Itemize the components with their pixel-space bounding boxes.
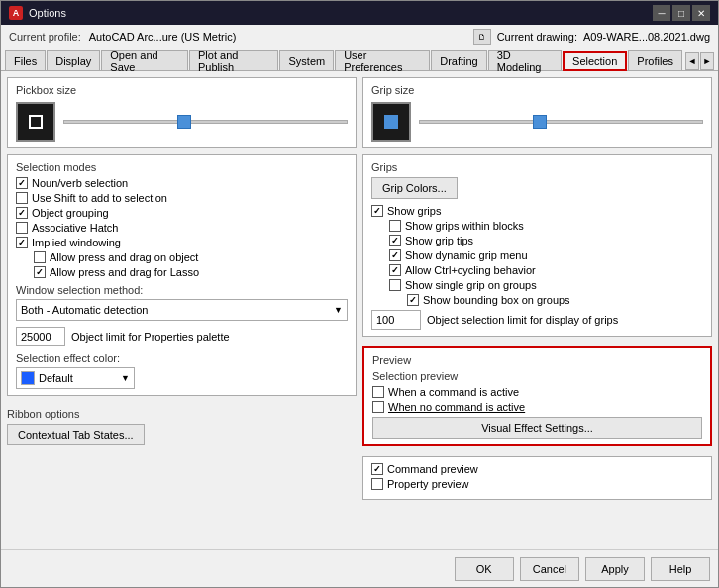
window-method-label: Window selection method: bbox=[16, 284, 348, 296]
cb-prop-preview[interactable]: Property preview bbox=[371, 478, 703, 490]
cb-dynamic-grip[interactable]: Show dynamic grip menu bbox=[389, 249, 703, 261]
preview-section: Preview Selection preview When a command… bbox=[362, 346, 712, 446]
drawing-icon: 🗋 bbox=[473, 29, 491, 45]
grip-preview bbox=[371, 102, 411, 142]
tab-user-pref[interactable]: User Preferences bbox=[335, 50, 430, 70]
cb-ctrl-cycling-box[interactable] bbox=[389, 264, 401, 276]
selection-effect-label: Selection effect color: bbox=[16, 352, 348, 364]
cb-bounding-box-box[interactable] bbox=[407, 294, 419, 306]
pickbox-thumb[interactable] bbox=[177, 115, 191, 129]
grip-size-label: Grip size bbox=[371, 84, 703, 96]
ok-button[interactable]: OK bbox=[455, 557, 514, 581]
cb-object-group[interactable]: Object grouping bbox=[16, 207, 348, 219]
cb-assoc-hatch[interactable]: Associative Hatch bbox=[16, 222, 348, 234]
cb-shift-add[interactable]: Use Shift to add to selection bbox=[16, 192, 348, 204]
cb-grip-tips-box[interactable] bbox=[389, 235, 401, 246]
pickbox-slider-container bbox=[63, 120, 348, 124]
grip-limit-input[interactable] bbox=[371, 310, 421, 330]
tab-scroll-right[interactable]: ► bbox=[700, 52, 714, 70]
tab-drafting[interactable]: Drafting bbox=[431, 50, 487, 70]
pickbox-slider[interactable] bbox=[63, 120, 348, 124]
main-content: Pickbox size Selection modes bbox=[1, 71, 718, 549]
selection-effect-dropdown[interactable]: Default ▼ bbox=[16, 367, 135, 389]
left-panel: Pickbox size Selection modes bbox=[7, 77, 357, 543]
cb-single-grip-label: Show single grip on groups bbox=[405, 279, 537, 291]
cb-press-lasso[interactable]: Allow press and drag for Lasso bbox=[34, 266, 348, 278]
cb-object-group-label: Object grouping bbox=[32, 207, 109, 219]
window-method-value: Both - Automatic detection bbox=[21, 304, 148, 316]
drawing-section: 🗋 Current drawing: A09-WARE...08.2021.dw… bbox=[473, 29, 710, 45]
cb-ctrl-cycling[interactable]: Allow Ctrl+cycling behavior bbox=[389, 264, 703, 276]
tab-scroll: ◄ ► bbox=[685, 52, 714, 70]
cb-grips-blocks[interactable]: Show grips within blocks bbox=[389, 220, 703, 232]
cb-show-grips[interactable]: Show grips bbox=[371, 205, 703, 217]
object-limit-label: Object limit for Properties palette bbox=[71, 331, 230, 343]
visual-effects-button[interactable]: Visual Effect Settings... bbox=[372, 417, 702, 439]
tab-system[interactable]: System bbox=[279, 50, 334, 70]
cb-implied-window[interactable]: Implied windowing bbox=[16, 237, 348, 248]
cb-bounding-box[interactable]: Show bounding box on groups bbox=[407, 294, 703, 306]
minimize-button[interactable]: ─ bbox=[653, 5, 670, 21]
color-swatch bbox=[21, 371, 35, 385]
cb-assoc-hatch-label: Associative Hatch bbox=[32, 222, 118, 234]
tab-plot[interactable]: Plot and Publish bbox=[189, 50, 278, 70]
cb-press-lasso-box[interactable] bbox=[34, 266, 46, 278]
apply-button[interactable]: Apply bbox=[585, 557, 645, 581]
cb-press-drag-box[interactable] bbox=[34, 251, 46, 263]
cb-when-command[interactable]: When a command is active bbox=[372, 386, 702, 398]
footer: OK Cancel Apply Help bbox=[1, 549, 718, 587]
cb-object-group-box[interactable] bbox=[16, 207, 28, 219]
contextual-tab-button[interactable]: Contextual Tab States... bbox=[7, 424, 145, 445]
cb-noun-verb[interactable]: Noun/verb selection bbox=[16, 177, 348, 189]
drawing-label: Current drawing: bbox=[497, 31, 577, 43]
cb-noun-verb-box[interactable] bbox=[16, 177, 28, 189]
dropdown-arrow: ▼ bbox=[334, 305, 343, 315]
maximize-button[interactable]: □ bbox=[672, 5, 690, 21]
options-window: A Options ─ □ ✕ Current profile: AutoCAD… bbox=[0, 0, 719, 588]
cb-grips-blocks-box[interactable] bbox=[389, 220, 401, 232]
tab-open-save[interactable]: Open and Save bbox=[101, 50, 188, 70]
cb-press-drag[interactable]: Allow press and drag on object bbox=[34, 251, 348, 263]
cb-assoc-hatch-box[interactable] bbox=[16, 222, 28, 234]
tab-selection[interactable]: Selection bbox=[563, 51, 627, 71]
tab-scroll-left[interactable]: ◄ bbox=[685, 52, 699, 70]
cb-bounding-box-label: Show bounding box on groups bbox=[423, 294, 570, 306]
cb-single-grip[interactable]: Show single grip on groups bbox=[389, 279, 703, 291]
window-method-dropdown[interactable]: Both - Automatic detection ▼ bbox=[16, 299, 348, 321]
cb-single-grip-box[interactable] bbox=[389, 279, 401, 291]
cb-grip-tips-label: Show grip tips bbox=[405, 235, 473, 246]
color-value: Default bbox=[39, 372, 73, 384]
cb-prop-preview-label: Property preview bbox=[387, 478, 469, 490]
grip-limit-label: Object selection limit for display of gr… bbox=[427, 314, 618, 326]
cb-no-command-box[interactable] bbox=[372, 401, 384, 413]
grip-slider-container bbox=[419, 120, 703, 124]
tab-profiles[interactable]: Profiles bbox=[628, 50, 682, 70]
title-bar-left: A Options bbox=[9, 6, 66, 20]
cb-prop-preview-box[interactable] bbox=[371, 478, 383, 490]
tab-display[interactable]: Display bbox=[47, 50, 100, 70]
tab-3d[interactable]: 3D Modeling bbox=[488, 50, 562, 70]
pickbox-inner bbox=[29, 115, 43, 129]
cb-shift-add-box[interactable] bbox=[16, 192, 28, 204]
cb-show-grips-box[interactable] bbox=[371, 205, 383, 217]
grip-colors-button[interactable]: Grip Colors... bbox=[371, 177, 458, 199]
object-limit-input[interactable] bbox=[16, 327, 65, 346]
grip-slider[interactable] bbox=[419, 120, 703, 124]
cb-cmd-preview-box[interactable] bbox=[371, 463, 383, 475]
tab-files[interactable]: Files bbox=[5, 50, 46, 70]
cb-no-command[interactable]: When no command is active bbox=[372, 401, 702, 413]
app-icon: A bbox=[9, 6, 23, 20]
cb-when-command-box[interactable] bbox=[372, 386, 384, 398]
cb-implied-window-box[interactable] bbox=[16, 237, 28, 248]
title-bar: A Options ─ □ ✕ bbox=[1, 1, 718, 25]
cb-dynamic-grip-box[interactable] bbox=[389, 249, 401, 261]
help-button[interactable]: Help bbox=[651, 557, 710, 581]
close-button[interactable]: ✕ bbox=[692, 5, 710, 21]
cancel-button[interactable]: Cancel bbox=[520, 557, 579, 581]
grip-thumb[interactable] bbox=[533, 115, 547, 129]
bottom-checkboxes: Command preview Property preview bbox=[362, 456, 712, 500]
cb-press-drag-label: Allow press and drag on object bbox=[50, 251, 198, 263]
cb-grip-tips[interactable]: Show grip tips bbox=[389, 235, 703, 246]
cb-cmd-preview[interactable]: Command preview bbox=[371, 463, 703, 475]
profile-bar: Current profile: AutoCAD Arc...ure (US M… bbox=[1, 25, 718, 49]
